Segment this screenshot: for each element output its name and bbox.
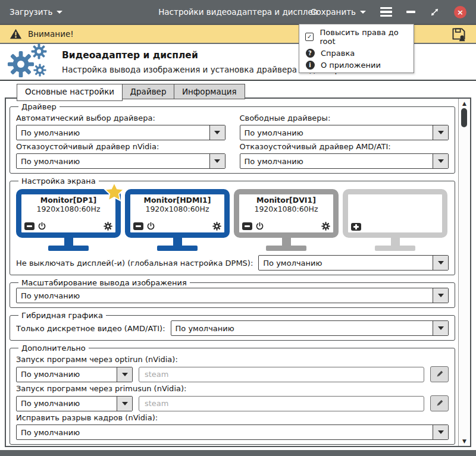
scroll-up-icon[interactable]: ▲ (459, 100, 470, 106)
group-hybrid-graphics: Гибридная графика Только дискретное виде… (10, 311, 455, 341)
monitor-name: Monitor[DP1] (24, 196, 112, 205)
tab-information[interactable]: Информация (174, 84, 245, 99)
monitor-mode: 1920x1080:60Hz (24, 205, 112, 213)
close-icon: × (457, 8, 464, 17)
add-display-icon[interactable] (351, 223, 361, 231)
field-label: Свободные драйверы: (240, 114, 449, 122)
load-button-label: Загрузить (10, 7, 52, 17)
question-circle-icon: ? (305, 49, 315, 58)
hamburger-menu-button[interactable] (380, 7, 392, 17)
display-settings-gear-icon[interactable] (212, 222, 221, 231)
app-dropdown-menu: ✓ Повысить права до root ? Справка i О п… (299, 24, 414, 73)
chevron-down-icon (360, 11, 366, 14)
app-window: Загрузить Настройки видеоадаптера и дисп… (0, 0, 476, 456)
monitor-hdmi1[interactable]: Monitor[HDMI1] 1920x1080:60Hz (125, 189, 230, 251)
group-screen-legend: Настройка экрана (18, 177, 99, 185)
primusun-select[interactable]: По умолчанию (16, 396, 133, 411)
chevron-down-icon (433, 425, 448, 439)
checkbox-checked-icon: ✓ (305, 33, 314, 41)
save-button-label: Сохранить (311, 7, 356, 17)
monitor-dvi1[interactable]: Monitor[DVI1] 1920x1080:60Hz (234, 189, 339, 251)
group-screen-setup: Настройка экрана Monitor[DP1] 1920x1080:… (10, 177, 455, 275)
group-driver-legend: Драйвер (18, 102, 60, 111)
optirun-edit-button[interactable] (430, 366, 449, 382)
titlebar-right-controls: Сохранить × (311, 6, 466, 18)
menu-item-label: Справка (321, 49, 355, 58)
failsafe-nvidia-select[interactable]: По умолчанию (16, 153, 226, 169)
tearing-select[interactable]: По умолчанию (16, 424, 449, 440)
discrete-only-select[interactable]: По умолчанию (171, 320, 449, 336)
power-icon[interactable] (255, 222, 264, 231)
titlebar: Загрузить Настройки видеоадаптера и дисп… (0, 0, 476, 24)
menu-item-label: Повысить права до root (320, 28, 408, 46)
gears-app-icon (7, 45, 51, 79)
failsafe-amd-select[interactable]: По умолчанию (240, 153, 449, 169)
primusun-app-input[interactable] (139, 396, 424, 411)
discrete-only-label: Только дискретное видео (AMD/ATI): (16, 324, 165, 333)
disable-display-icon[interactable] (24, 222, 35, 230)
floppy-save-icon (451, 26, 466, 42)
monitor-name: Monitor[DVI1] (242, 196, 330, 205)
scroll-down-icon[interactable]: ▼ (459, 438, 470, 444)
chevron-down-icon (117, 367, 132, 382)
field-label: Отказоустойчивый драйвер nVidia: (16, 142, 226, 151)
scaling-select[interactable]: По умолчанию (16, 288, 449, 303)
chevron-down-icon (433, 125, 448, 140)
tearing-label: Исправить разрыв кадров (nVidia): (16, 413, 449, 422)
chevron-down-icon (433, 321, 448, 335)
tab-bar: Основные настройки Драйвер Информация (0, 81, 476, 99)
power-icon[interactable] (37, 222, 46, 231)
monitor-mode: 1920x1080:60Hz (133, 205, 221, 213)
tab-driver[interactable]: Драйвер (122, 84, 175, 99)
pencil-icon (435, 370, 444, 379)
disable-display-icon[interactable] (133, 222, 143, 230)
group-hybrid-legend: Гибридная графика (18, 311, 106, 320)
warning-triangle-icon (10, 28, 22, 40)
monitor-dp1[interactable]: Monitor[DP1] 1920x1080:60Hz (16, 189, 121, 251)
warning-label: Внимание! (28, 29, 74, 39)
window-bottom-edge (0, 450, 476, 456)
power-icon[interactable] (146, 222, 155, 231)
primusun-label: Запуск программ через primusun (nVidia): (16, 384, 449, 393)
field-label: Отказоустойчивый драйвер AMD/ATI: (240, 142, 449, 151)
group-driver: Драйвер Автоматический выбор драйвера: П… (10, 102, 455, 174)
menu-item-help[interactable]: ? Справка (299, 47, 414, 59)
display-settings-gear-icon[interactable] (321, 222, 330, 231)
chevron-down-icon (117, 397, 132, 411)
disable-display-icon[interactable] (242, 222, 252, 230)
field-label: Автоматический выбор драйвера: (16, 114, 226, 122)
group-extra: Дополнительно Запуск программ через opti… (10, 344, 455, 445)
save-as-root-button[interactable] (451, 26, 466, 42)
minimize-button[interactable] (406, 11, 415, 12)
chevron-down-icon (209, 125, 225, 140)
chevron-down-icon (433, 288, 448, 303)
dpms-select[interactable]: По умолчанию (258, 255, 449, 271)
free-drivers-select[interactable]: По умолчанию (240, 125, 449, 140)
display-settings-gear-icon[interactable] (104, 222, 112, 231)
chevron-down-icon (433, 256, 448, 270)
optirun-select[interactable]: По умолчанию (16, 367, 133, 382)
settings-scroll-area: Драйвер Автоматический выбор драйвера: П… (6, 99, 459, 446)
pencil-icon (435, 399, 444, 408)
primusun-edit-button[interactable] (430, 395, 449, 411)
tab-main-settings[interactable]: Основные настройки (17, 84, 123, 101)
tab-content: Драйвер Автоматический выбор драйвера: П… (5, 98, 471, 447)
menu-item-about[interactable]: i О приложении (299, 59, 414, 71)
dpms-label: Не выключать дисплей(-и) (глобальная нас… (16, 259, 253, 268)
chevron-down-icon (433, 154, 448, 168)
vertical-scrollbar[interactable]: ▲ ▼ (458, 99, 470, 446)
monitor-empty-slot[interactable] (343, 189, 447, 251)
monitors-row: Monitor[DP1] 1920x1080:60Hz (16, 189, 449, 251)
scrollbar-thumb[interactable] (461, 108, 467, 127)
optirun-app-input[interactable] (139, 367, 424, 382)
close-button[interactable]: × (454, 6, 466, 18)
save-button[interactable]: Сохранить (311, 7, 366, 17)
monitor-mode: 1920x1080:60Hz (242, 205, 330, 213)
menu-item-elevate-root[interactable]: ✓ Повысить права до root (299, 26, 414, 47)
menu-item-label: О приложении (321, 61, 381, 70)
auto-driver-select[interactable]: По умолчанию (16, 125, 226, 140)
maximize-icon[interactable] (430, 7, 440, 17)
load-button[interactable]: Загрузить (10, 7, 62, 17)
monitor-name: Monitor[HDMI1] (133, 196, 221, 205)
group-scaling-legend: Масштабирование вывода изображения (18, 278, 190, 287)
